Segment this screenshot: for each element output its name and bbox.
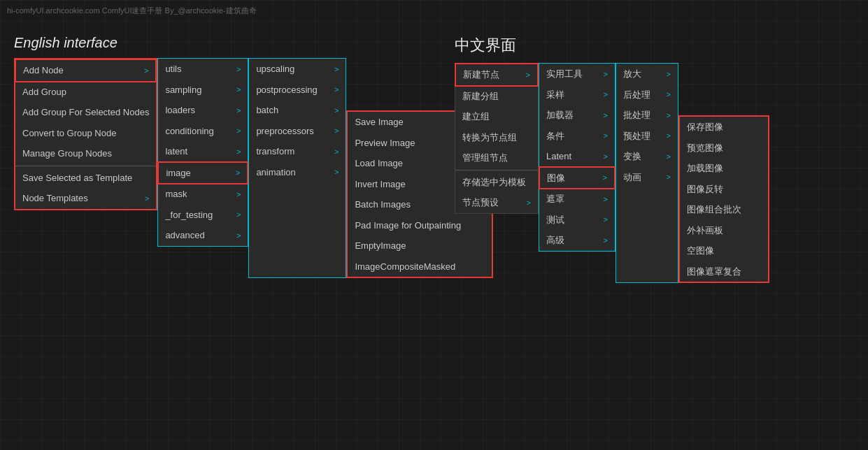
cn-postprocessing-item[interactable]: 后处理 > [616, 85, 678, 106]
chinese-col2: 实用工具 > 采样 > 加载器 > 条件 > Latent > 图像 > [539, 63, 616, 252]
cn-mask-item[interactable]: 遮罩 > [539, 189, 615, 210]
add-node-item[interactable]: Add Node > [15, 59, 157, 82]
cn-loaders-item[interactable]: 加载器 > [539, 105, 615, 126]
separator [15, 166, 156, 166]
english-col3: upscaling > postprocessing > batch > pre… [248, 58, 346, 278]
utils-item[interactable]: utils > [158, 59, 248, 80]
node-templates-arrow: > [145, 193, 149, 205]
cn-node-presets-item[interactable]: 节点预设 > [455, 192, 538, 213]
mask-item[interactable]: mask > [158, 184, 248, 205]
cn-animation-item[interactable]: 动画 > [616, 167, 678, 188]
cn-save-image-item[interactable]: 保存图像 [680, 117, 768, 138]
cn-manage-group-item[interactable]: 管理组节点 [455, 147, 538, 168]
cn-sampling-item[interactable]: 采样 > [539, 85, 615, 106]
english-col2: utils > sampling > loaders > conditionin… [157, 58, 248, 247]
cn-load-image-item[interactable]: 加载图像 [680, 158, 768, 179]
cn-image-composite-item[interactable]: 图像遮罩复合 [680, 261, 768, 282]
cn-empty-image-item[interactable]: 空图像 [680, 240, 768, 261]
advanced-item[interactable]: advanced > [158, 225, 248, 246]
sampling-item[interactable]: sampling > [158, 80, 248, 101]
latent-item[interactable]: latent > [158, 141, 248, 162]
cn-transform-item[interactable]: 变换 > [616, 146, 678, 167]
cn-add-node-item[interactable]: 新建节点 > [455, 63, 539, 87]
chinese-col4: 保存图像 预览图像 加载图像 图像反转 图像组合批次 外补画 [678, 115, 769, 283]
save-template-item[interactable]: Save Selected as Template [15, 168, 156, 189]
node-templates-item[interactable]: Node Templates > [15, 188, 156, 209]
cn-preprocessors-item[interactable]: 预处理 > [616, 126, 678, 147]
cn-utils-item[interactable]: 实用工具 > [539, 64, 615, 85]
chinese-col3: 放大 > 后处理 > 批处理 > 预处理 > [616, 63, 678, 283]
cn-batch-images-item[interactable]: 图像组合批次 [680, 199, 768, 220]
cn-latent-item[interactable]: Latent > [539, 146, 615, 167]
chinese-col1: 新建节点 > 新建分组 建立组 转换为节点组 管理组节点 存储选中为模板 节点预… [455, 63, 539, 214]
batch-item[interactable]: batch > [249, 100, 346, 121]
cn-add-group-item[interactable]: 新建分组 [455, 86, 538, 107]
cn-save-template-item[interactable]: 存储选中为模板 [455, 172, 538, 193]
cn-build-group-item[interactable]: 建立组 [455, 106, 538, 127]
cn-advanced-item[interactable]: 高级 > [539, 230, 615, 251]
chinese-title: 中文界面 [455, 35, 769, 56]
english-col1: Add Node > Add Group Add Group For Selec… [14, 58, 157, 210]
english-section: English interface Add Node > Add Group A… [14, 35, 493, 278]
watermark: hi-comfyUI.archcookie.com ComfyUI速查手册 By… [7, 6, 257, 16]
cn-invert-image-item[interactable]: 图像反转 [680, 179, 768, 200]
chinese-section: 中文界面 新建节点 > 新建分组 建立组 转换为节点组 管理组节点 存储选中为模… [455, 35, 769, 283]
preprocessors-item[interactable]: preprocessors > [249, 121, 346, 142]
add-group-item[interactable]: Add Group [15, 82, 156, 103]
loaders-item[interactable]: loaders > [158, 100, 248, 121]
english-title: English interface [14, 35, 493, 51]
transform-item[interactable]: transform > [249, 141, 346, 162]
cn-conditioning-item[interactable]: 条件 > [539, 126, 615, 147]
postprocessing-item[interactable]: postprocessing > [249, 80, 346, 101]
cn-pad-image-item[interactable]: 外补画板 [680, 220, 768, 241]
conditioning-item[interactable]: conditioning > [158, 121, 248, 142]
cn-preview-image-item[interactable]: 预览图像 [680, 138, 768, 159]
arrow-icon: > [144, 65, 148, 77]
cn-separator [455, 170, 538, 170]
upscaling-item[interactable]: upscaling > [249, 59, 346, 80]
for-testing-item[interactable]: _for_testing > [158, 205, 248, 226]
cn-upscaling-item[interactable]: 放大 > [616, 64, 678, 85]
cn-convert-group-item[interactable]: 转换为节点组 [455, 127, 538, 148]
chinese-col34-wrapper: 放大 > 后处理 > 批处理 > 预处理 > [616, 63, 769, 283]
cn-batch-item[interactable]: 批处理 > [616, 105, 678, 126]
manage-group-nodes-item[interactable]: Manage Group Nodes [15, 143, 156, 164]
animation-item[interactable]: animation > [249, 162, 346, 183]
cn-image-item[interactable]: 图像 > [539, 166, 616, 190]
cn-test-item[interactable]: 测试 > [539, 210, 615, 231]
image-item[interactable]: image > [157, 161, 248, 185]
add-group-selected-item[interactable]: Add Group For Selected Nodes [15, 102, 156, 123]
convert-group-node-item[interactable]: Convert to Group Node [15, 123, 156, 144]
